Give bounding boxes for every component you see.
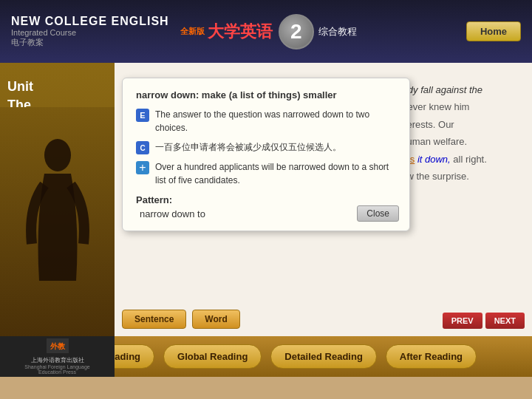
left-sidebar: Unit The Gap [0, 63, 115, 336]
popup-close-button[interactable]: Close [357, 205, 399, 222]
sentence-button[interactable]: Sentence [122, 310, 186, 329]
logo-new-label: 全新版 [180, 26, 205, 37]
popup-box: narrow down: make (a list of things) sma… [122, 78, 410, 231]
app-cn-label: 电子教案 [11, 37, 169, 48]
svg-text:外教: 外教 [50, 342, 66, 350]
logo-circle: 2 [279, 14, 314, 50]
publisher-cn-text: 上海外语教育出版社 [31, 357, 84, 364]
plus-icon: + [136, 161, 149, 174]
tab-after-reading[interactable]: After Reading [386, 344, 477, 369]
header: NEW COLLEGE ENGLISH Integrated Course 电子… [0, 0, 532, 63]
logo-cn-text: 大学英语 [208, 21, 273, 43]
publisher-en-text: Shanghai Foreign LanguageEducation Press [24, 364, 89, 375]
content-area: narrow down: make (a list of things) sma… [115, 63, 532, 336]
nav-buttons: PREV NEXT [443, 313, 525, 329]
header-right: Home [466, 21, 521, 41]
publisher-cn-name: 外教 [47, 338, 69, 356]
logo-sub-cn: 综合教程 [318, 26, 357, 37]
prev-button[interactable]: PREV [443, 313, 482, 329]
tab-global-reading[interactable]: Global Reading [163, 344, 262, 369]
main-area: Unit The Gap narrow down: make (a list o… [0, 63, 532, 336]
next-button[interactable]: NEXT [485, 313, 525, 329]
popup-example-en2: + Over a hundred applicants will be narr… [136, 160, 396, 187]
popup-example-cn: C 一百多位申请者将会被减少成仅仅五位候选人。 [136, 140, 396, 154]
publisher-logo-area: 外教 上海外语教育出版社 Shanghai Foreign LanguageEd… [0, 336, 115, 377]
logo-main: 大学英语 2 [208, 14, 314, 50]
en-icon: E [136, 109, 149, 122]
publisher-icon: 外教 [47, 338, 69, 353]
tab-detailed-reading[interactable]: Detailed Reading [270, 344, 376, 369]
person-silhouette-svg [21, 133, 95, 310]
cn-icon: C [136, 141, 149, 154]
header-left: NEW COLLEGE ENGLISH Integrated Course 电子… [11, 15, 169, 48]
svg-point-0 [44, 139, 71, 171]
app-title: NEW COLLEGE ENGLISH [11, 15, 169, 28]
word-button[interactable]: Word [192, 310, 239, 329]
popup-title: narrow down: make (a list of things) sma… [136, 89, 396, 100]
bottom-bar: 外教 上海外语教育出版社 Shanghai Foreign LanguageEd… [0, 336, 532, 377]
sidebar-image [0, 107, 115, 336]
toolbar: Sentence Word [122, 310, 240, 329]
app-subtitle: Integrated Course [11, 28, 169, 37]
popup-example-en: E The answer to the question was narrowe… [136, 108, 396, 134]
popup-pattern-label: Pattern: [136, 194, 396, 205]
home-button[interactable]: Home [466, 21, 521, 41]
logo-area: 全新版 大学英语 2 综合教程 [180, 14, 357, 50]
